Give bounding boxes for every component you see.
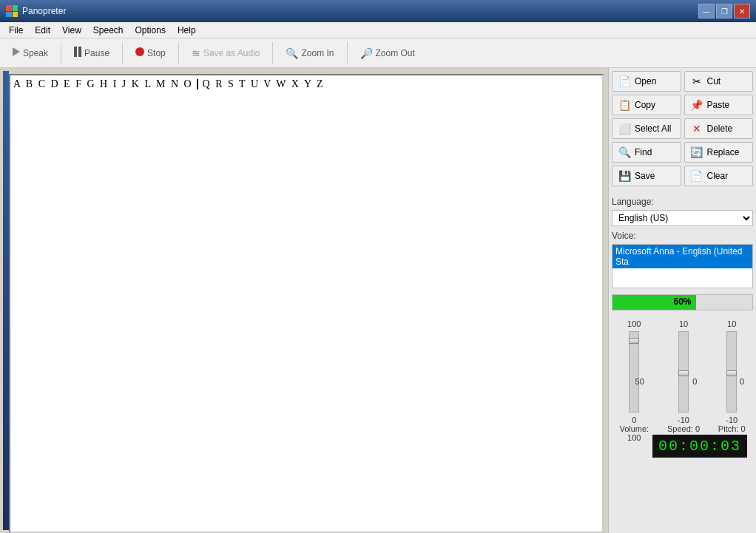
voice-item[interactable]: Microsoft Anna - English (United Sta [612,245,752,268]
toolbar: Speak Pause Stop ≋ Save as Audio 🔍 Zoom … [0,38,756,68]
language-label: Language: [612,197,753,207]
stop-label: Stop [147,48,166,58]
find-icon: 🔍 [618,146,630,158]
pitch-top-label: 10 [727,319,736,328]
toolbar-sep-5 [347,42,348,64]
volume-slider-col: 100 0 Volume:100 [619,319,649,442]
replace-icon: 🔄 [691,146,703,158]
speed-slider-col: 10 -10 Speed: 0 [667,319,700,442]
cut-button[interactable]: ✂ Cut [684,71,754,92]
delete-button[interactable]: ✕ Delete [684,118,754,139]
editor-text-after: Q R S T U V W X Y Z [198,78,324,89]
clear-icon: 📄 [691,170,703,182]
volume-top-label: 100 [627,319,641,328]
menu-bar: File Edit View Speech Options Help [0,22,756,38]
window-title: Panopreter [22,6,698,16]
speed-bot-label: -10 [678,415,689,424]
find-label: Find [635,147,652,157]
menu-help[interactable]: Help [172,24,202,37]
zoom-in-icon: 🔍 [286,47,298,59]
stop-button[interactable]: Stop [129,44,172,62]
copy-icon: 📋 [618,99,630,111]
speed-slider-thumb[interactable] [678,370,689,376]
main-layout: A B C D E F G H I J K L M N O Q R S T U … [0,68,756,533]
select-all-button[interactable]: ⬜ Select All [612,118,681,139]
speak-label: Speak [23,48,48,58]
replace-button[interactable]: 🔄 Replace [684,142,754,163]
editor-content[interactable]: A B C D E F G H I J K L M N O Q R S T U … [13,78,599,90]
voice-list[interactable]: Microsoft Anna - English (United Sta [612,244,753,288]
pitch-slider-track[interactable] [726,331,737,413]
progress-text: 60% [612,296,752,307]
play-icon [13,47,20,58]
delete-icon: ✕ [691,123,703,135]
progress-bar-container: 60% [612,294,753,310]
pitch-slider-thumb[interactable] [726,370,737,376]
menu-edit[interactable]: Edit [29,24,56,37]
save-icon: 💾 [618,170,630,182]
paste-label: Paste [707,100,730,110]
pause-label: Pause [84,48,109,58]
menu-speech[interactable]: Speech [87,24,129,37]
language-select[interactable]: English (US) English (UK) Spanish French… [612,210,753,226]
minimize-button[interactable]: — [698,4,715,18]
toolbar-sep-2 [122,42,123,64]
stop-icon [135,47,144,58]
pitch-bot-label: -10 [726,415,738,424]
volume-slider-thumb[interactable] [629,338,639,344]
save-audio-button[interactable]: ≋ Save as Audio [185,44,267,63]
pause-button[interactable]: Pause [67,43,116,63]
menu-options[interactable]: Options [129,24,172,37]
toolbar-sep-3 [178,42,179,64]
paste-icon: 📌 [691,99,703,111]
save-label: Save [635,171,655,181]
editor-text: A B C D E F G H I J K L M N O [13,78,197,89]
cut-label: Cut [707,76,721,86]
left-strip [3,71,9,530]
toolbar-sep-1 [61,42,61,64]
timer-area: 00:00:03 [612,432,753,461]
app-icon [6,5,18,17]
voice-label: Voice: [612,231,753,241]
speed-slider-track[interactable] [678,331,689,413]
clear-label: Clear [707,171,729,181]
restore-button[interactable]: ❐ [716,4,732,18]
speed-top-label: 10 [679,319,688,328]
zoom-in-label: Zoom In [301,48,334,58]
sliders-section: 100 0 Volume:100 10 -10 Speed: 0 10 [612,319,753,442]
waveform-icon: ≋ [192,47,200,59]
zoom-out-label: Zoom Out [376,48,415,58]
pause-icon [74,47,81,59]
paste-button[interactable]: 📌 Paste [684,95,754,115]
timer-display: 00:00:03 [652,435,747,458]
zoom-out-icon: 🔎 [360,47,373,59]
copy-button[interactable]: 📋 Copy [612,95,681,115]
pitch-slider-col: 10 -10 Pitch: 0 [718,319,746,442]
speak-button[interactable]: Speak [6,44,55,62]
copy-label: Copy [635,100,655,110]
volume-bot-label: 0 [632,415,636,424]
zoom-out-button[interactable]: 🔎 Zoom Out [354,44,422,63]
menu-file[interactable]: File [3,24,29,37]
toolbar-sep-4 [272,42,273,64]
replace-label: Replace [707,147,740,157]
find-button[interactable]: 🔍 Find [612,142,681,163]
cut-icon: ✂ [691,75,703,87]
clear-button[interactable]: 📄 Clear [684,166,754,186]
save-audio-label: Save as Audio [203,48,260,58]
zoom-in-button[interactable]: 🔍 Zoom In [279,44,340,63]
volume-slider-track[interactable] [629,331,639,413]
open-icon: 📄 [618,75,630,87]
text-editor[interactable]: A B C D E F G H I J K L M N O Q R S T U … [9,74,604,533]
open-button[interactable]: 📄 Open [612,71,681,92]
menu-view[interactable]: View [56,24,87,37]
delete-label: Delete [707,123,733,134]
select-all-icon: ⬜ [618,123,630,135]
actions-grid: 📄 Open ✂ Cut 📋 Copy 📌 Paste ⬜ Select All… [612,71,753,186]
right-panel: 📄 Open ✂ Cut 📋 Copy 📌 Paste ⬜ Select All… [608,68,756,533]
select-all-label: Select All [635,123,671,134]
window-controls: — ❐ ✕ [698,4,750,18]
title-bar: Panopreter — ❐ ✕ [0,0,756,22]
close-button[interactable]: ✕ [734,4,750,18]
save-button[interactable]: 💾 Save [612,166,681,186]
